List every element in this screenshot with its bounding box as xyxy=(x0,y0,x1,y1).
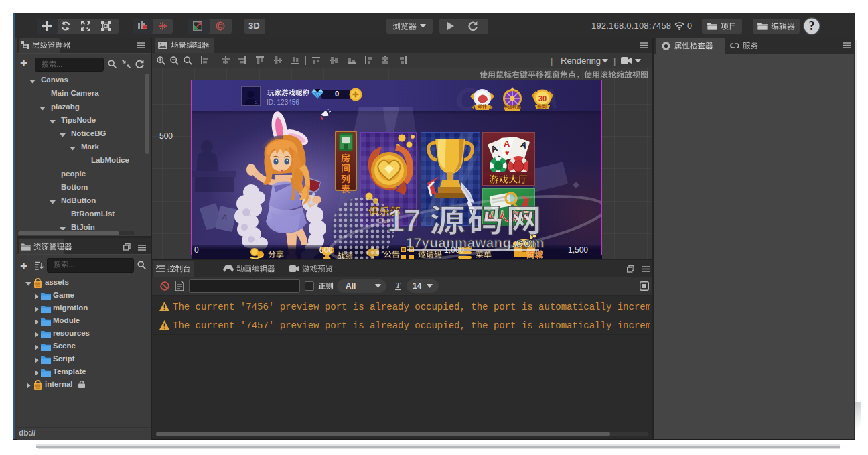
svg-text:T: T xyxy=(396,281,401,290)
svg-text:?: ? xyxy=(809,19,815,33)
